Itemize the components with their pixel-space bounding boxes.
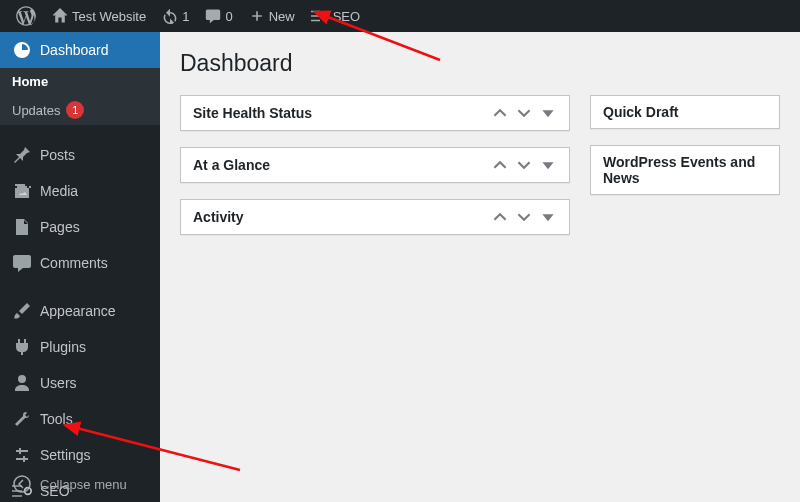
sidebar-subitem-updates[interactable]: Updates 1 xyxy=(0,95,160,125)
move-down-button[interactable] xyxy=(515,104,533,122)
sidebar-item-posts[interactable]: Posts xyxy=(0,137,160,173)
postbox-handle[interactable]: At a Glance xyxy=(181,148,569,182)
comments-link[interactable]: 0 xyxy=(197,0,240,32)
sidebar-item-label: Dashboard xyxy=(40,42,109,58)
move-up-button[interactable] xyxy=(491,208,509,226)
page-title: Dashboard xyxy=(180,50,780,77)
postbox-handle[interactable]: Site Health Status xyxy=(181,96,569,130)
site-name-link[interactable]: Test Website xyxy=(44,0,154,32)
postbox-at-a-glance: At a Glance xyxy=(180,147,570,183)
chevron-up-icon xyxy=(493,106,507,120)
toggle-button[interactable] xyxy=(539,208,557,226)
triangle-down-icon xyxy=(541,106,555,120)
comment-icon xyxy=(205,8,221,24)
collapse-label: Collapse menu xyxy=(40,477,127,492)
updates-link[interactable]: 1 xyxy=(154,0,197,32)
update-icon xyxy=(162,8,178,24)
sidebar-item-media[interactable]: Media xyxy=(0,173,160,209)
wordpress-icon xyxy=(16,6,36,26)
comments-count: 0 xyxy=(225,9,232,24)
sidebar-item-label: Users xyxy=(40,375,77,391)
sidebar-item-pages[interactable]: Pages xyxy=(0,209,160,245)
updates-count: 1 xyxy=(182,9,189,24)
triangle-down-icon xyxy=(541,158,555,172)
move-up-button[interactable] xyxy=(491,156,509,174)
sidebar-item-label: Tools xyxy=(40,411,73,427)
postbox-handle[interactable]: Quick Draft xyxy=(591,96,779,128)
sidebar-item-label: Updates xyxy=(12,103,60,118)
sidebar-item-dashboard[interactable]: Dashboard xyxy=(0,32,160,68)
plugin-icon xyxy=(12,337,32,357)
postbox-site-health: Site Health Status xyxy=(180,95,570,131)
sidebar-item-label: Home xyxy=(12,74,48,89)
sidebar-item-tools[interactable]: Tools xyxy=(0,401,160,437)
sidebar-item-label: Appearance xyxy=(40,303,116,319)
dashboard-icon xyxy=(12,40,32,60)
postbox-title: WordPress Events and News xyxy=(603,154,767,186)
move-down-button[interactable] xyxy=(515,156,533,174)
sidebar-item-label: Posts xyxy=(40,147,75,163)
sidebar-item-label: Comments xyxy=(40,255,108,271)
sidebar-item-comments[interactable]: Comments xyxy=(0,245,160,281)
sidebar-item-label: Media xyxy=(40,183,78,199)
plus-icon xyxy=(249,8,265,24)
triangle-down-icon xyxy=(541,210,555,224)
new-content-link[interactable]: New xyxy=(241,0,303,32)
chevron-down-icon xyxy=(517,106,531,120)
sidebar-item-appearance[interactable]: Appearance xyxy=(0,293,160,329)
menu-separator xyxy=(0,281,160,293)
chevron-down-icon xyxy=(517,158,531,172)
chevron-up-icon xyxy=(493,158,507,172)
postbox-handle[interactable]: Activity xyxy=(181,200,569,234)
user-icon xyxy=(12,373,32,393)
sidebar-item-label: Pages xyxy=(40,219,80,235)
chevron-up-icon xyxy=(493,210,507,224)
admin-sidebar: Dashboard Home Updates 1 Posts Media Pag… xyxy=(0,32,160,502)
chevron-down-icon xyxy=(517,210,531,224)
sidebar-item-plugins[interactable]: Plugins xyxy=(0,329,160,365)
seo-link[interactable]: SEO xyxy=(303,0,368,32)
svg-point-2 xyxy=(14,476,30,492)
tools-icon xyxy=(12,409,32,429)
comment-icon xyxy=(12,253,32,273)
postbox-activity: Activity xyxy=(180,199,570,235)
toggle-button[interactable] xyxy=(539,156,557,174)
postbox-title: Activity xyxy=(193,209,244,225)
updates-badge: 1 xyxy=(66,101,84,119)
collapse-icon xyxy=(12,474,32,494)
sidebar-item-label: Plugins xyxy=(40,339,86,355)
settings-icon xyxy=(12,445,32,465)
sidebar-item-label: Settings xyxy=(40,447,91,463)
sidebar-item-users[interactable]: Users xyxy=(0,365,160,401)
page-icon xyxy=(12,217,32,237)
collapse-menu-button[interactable]: Collapse menu xyxy=(0,466,160,502)
postbox-title: At a Glance xyxy=(193,157,270,173)
home-icon xyxy=(52,8,68,24)
wp-logo[interactable] xyxy=(8,0,44,32)
toggle-button[interactable] xyxy=(539,104,557,122)
main-content: Dashboard Site Health Status At a Glance xyxy=(160,32,800,502)
seo-icon xyxy=(311,9,329,23)
postbox-handle[interactable]: WordPress Events and News xyxy=(591,146,779,194)
site-name-label: Test Website xyxy=(72,9,146,24)
postbox-title: Site Health Status xyxy=(193,105,312,121)
seo-label: SEO xyxy=(333,9,360,24)
menu-separator xyxy=(0,125,160,137)
dashboard-submenu: Home Updates 1 xyxy=(0,68,160,125)
postbox-events-news: WordPress Events and News xyxy=(590,145,780,195)
postbox-quick-draft: Quick Draft xyxy=(590,95,780,129)
media-icon xyxy=(12,181,32,201)
brush-icon xyxy=(12,301,32,321)
new-label: New xyxy=(269,9,295,24)
pin-icon xyxy=(12,145,32,165)
sidebar-subitem-home[interactable]: Home xyxy=(0,68,160,95)
svg-point-0 xyxy=(322,13,328,19)
admin-bar: Test Website 1 0 New SEO xyxy=(0,0,800,32)
move-down-button[interactable] xyxy=(515,208,533,226)
postbox-title: Quick Draft xyxy=(603,104,678,120)
move-up-button[interactable] xyxy=(491,104,509,122)
